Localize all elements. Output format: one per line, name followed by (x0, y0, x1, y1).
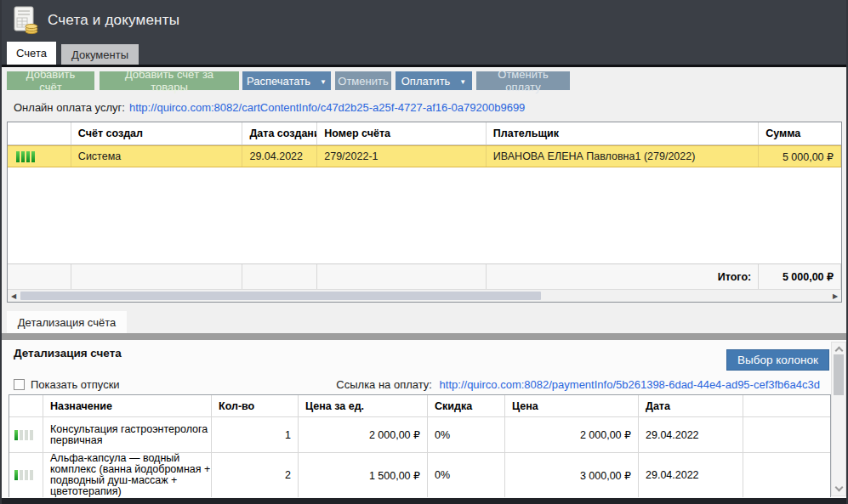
window-bottom-edge (0, 498, 848, 504)
creator-cell: Система (71, 146, 243, 167)
discount-cell: 0% (428, 417, 505, 452)
date-cell: 29.04.2022 (639, 417, 743, 452)
title-bar: Счета и документы (0, 0, 848, 41)
detail-options-row: Показать отпуски Ссылка на оплату: http:… (2, 374, 831, 394)
price-cell: 3 000,00 ₽ (505, 453, 639, 497)
chevron-down-icon: ▼ (459, 78, 466, 86)
tab-invoice-detail[interactable]: Детализация счёта (7, 311, 127, 333)
invoice-number-cell: 279/2022-1 (317, 146, 487, 167)
column-header-created-date[interactable]: Дата создания (242, 122, 317, 144)
cancel-payment-button[interactable]: Отменить оплату (476, 71, 570, 90)
column-header-status[interactable] (8, 122, 71, 144)
price-cell: 2 000,00 ₽ (505, 417, 639, 452)
column-header-payer[interactable]: Плательщик (487, 122, 759, 144)
payment-info-link[interactable]: http://quirco.com:8082/paymentInfo/5b261… (440, 378, 820, 391)
discount-cell: 0% (428, 453, 505, 497)
column-header-purpose[interactable]: Назначение (43, 395, 212, 416)
totals-row: Итого: 5 000,00 ₽ (8, 263, 841, 289)
column-header-extra[interactable] (743, 395, 828, 416)
add-goods-invoice-button[interactable]: Добавить счёт за товары (100, 71, 239, 90)
purpose-cell: Консультация гастроэнтеролога первичная (43, 417, 212, 452)
show-dispense-checkbox[interactable] (14, 379, 25, 390)
online-payment-label: Онлайн оплата услуг: (14, 101, 125, 114)
column-header-amount[interactable]: Сумма (759, 122, 841, 144)
scroll-left-icon[interactable]: ◀ (8, 290, 20, 302)
page-title: Счета и документы (48, 12, 179, 29)
totals-label: Итого: (487, 264, 759, 289)
payment-link-label: Ссылка на оплату: (336, 378, 432, 391)
unit-price-cell: 2 000,00 ₽ (299, 417, 428, 452)
invoices-and-documents-window: Счета и документы Счета Документы Добави… (0, 0, 848, 504)
payment-link-wrap: Ссылка на оплату: http://quirco.com:8082… (336, 378, 820, 391)
column-header-unit-price[interactable]: Цена за ед. (299, 395, 428, 416)
horizontal-scrollbar[interactable]: ◀ ▶ (8, 289, 841, 302)
detail-table: Назначение Кол-во Цена за ед. Скидка Цен… (9, 394, 831, 497)
cart-content-link[interactable]: http://quirco.com:8082/cartContentInfo/c… (129, 101, 525, 114)
unit-price-cell: 1 500,00 ₽ (299, 453, 428, 497)
table-row-selected[interactable]: Система 29.04.2022 279/2022-1 ИВАНОВА ЕЛ… (8, 145, 841, 167)
detail-table-row[interactable]: Альфа-капсула — водный комплекс (ванна й… (9, 453, 830, 497)
status-bars-icon (14, 470, 33, 480)
date-cell: 29.04.2022 (639, 453, 743, 497)
print-button-label: Распечатать (247, 75, 310, 88)
status-bars-icon (14, 430, 33, 440)
horizontal-scrollbar-thumb[interactable] (20, 292, 541, 300)
add-invoice-button[interactable]: Добавить счёт (7, 71, 94, 90)
invoice-detail-panel: Детализация счета Выбор колонок Показать… (2, 340, 846, 498)
empty-rows-area (8, 167, 841, 263)
show-dispense-label: Показать отпуски (31, 378, 120, 391)
column-header-status[interactable] (9, 395, 43, 416)
toolbar: Добавить счёт Добавить счёт за товары Ра… (0, 67, 848, 93)
purpose-cell: Альфа-капсула — водный комплекс (ванна й… (43, 453, 212, 497)
qty-cell: 2 (212, 453, 299, 497)
main-tab-bar: Счета Документы (0, 41, 848, 65)
detail-table-header: Назначение Кол-во Цена за ед. Скидка Цен… (9, 395, 830, 417)
column-header-creator[interactable]: Счёт создал (71, 122, 243, 144)
online-payment-row: Онлайн оплата услуг: http://quirco.com:8… (0, 93, 848, 121)
column-header-qty[interactable]: Кол-во (212, 395, 299, 416)
scroll-right-icon[interactable]: ▶ (829, 290, 841, 302)
row-status-cell (8, 146, 71, 167)
choose-columns-button[interactable]: Выбор колонок (726, 349, 829, 371)
amount-cell: 5 000,00 ₽ (759, 146, 841, 167)
column-header-discount[interactable]: Скидка (428, 395, 505, 416)
tab-documents[interactable]: Документы (61, 44, 139, 65)
column-header-number[interactable]: Номер счёта (317, 122, 487, 144)
chevron-down-icon: ▼ (320, 78, 327, 86)
invoices-table-header: Счёт создал Дата создания Номер счёта Пл… (8, 122, 841, 145)
scroll-up-icon[interactable] (835, 347, 844, 355)
panel-divider (2, 333, 846, 340)
payer-cell: ИВАНОВА ЕЛЕНА Павловна1 (279/2022) (487, 146, 759, 167)
window-left-edge (0, 0, 2, 504)
detail-table-row[interactable]: Консультация гастроэнтеролога первичная … (9, 417, 830, 453)
vertical-scrollbar[interactable] (831, 342, 846, 496)
invoice-document-coins-icon (12, 6, 39, 35)
detail-heading: Детализация счета (14, 347, 122, 360)
column-header-price[interactable]: Цена (505, 395, 639, 416)
qty-cell: 1 (212, 417, 299, 452)
status-bars-icon (16, 151, 35, 162)
print-button[interactable]: Распечатать ▼ (242, 71, 331, 90)
column-header-date[interactable]: Дата (639, 395, 743, 416)
totals-amount: 5 000,00 ₽ (759, 264, 841, 289)
tab-invoices[interactable]: Счета (7, 42, 56, 65)
cancel-invoice-button[interactable]: Отменить (335, 71, 391, 90)
scroll-down-icon[interactable] (835, 484, 844, 492)
created-date-cell: 29.04.2022 (242, 146, 317, 167)
vertical-scrollbar-thumb[interactable] (834, 354, 844, 395)
pay-button[interactable]: Оплатить ▼ (396, 71, 472, 90)
pay-button-label: Оплатить (401, 75, 451, 88)
invoices-table: Счёт создал Дата создания Номер счёта Пл… (7, 122, 842, 303)
